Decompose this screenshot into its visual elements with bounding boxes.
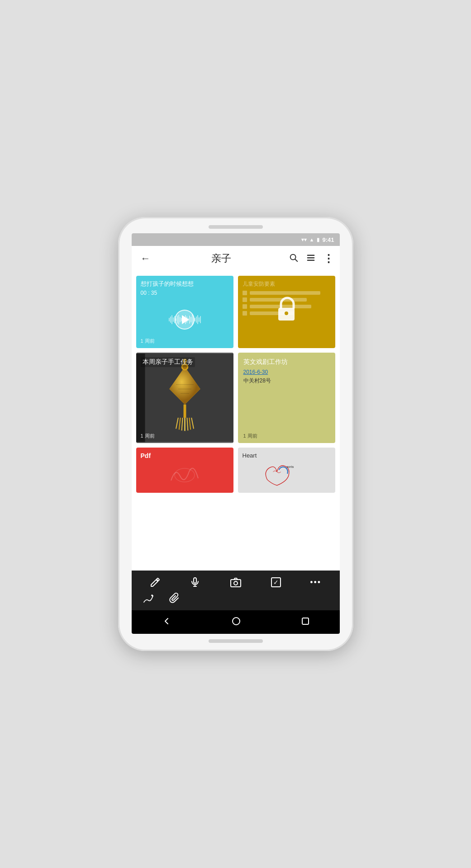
audio-card[interactable]: 想打孩子的时候想想 00 : 35: [136, 276, 233, 348]
checklist-button[interactable]: ✓: [271, 577, 281, 587]
card-grid: 想打孩子的时候想想 00 : 35: [136, 276, 335, 493]
recents-nav-button[interactable]: [292, 613, 319, 631]
play-triangle-icon: [182, 315, 189, 324]
top-actions: ⋮: [289, 252, 334, 265]
camera-button[interactable]: [230, 577, 242, 588]
heart-sketch-svg: aorta: [243, 460, 331, 487]
event-date[interactable]: 2016-6-30: [243, 369, 330, 375]
audio-title: 想打孩子的时候想想: [141, 280, 229, 288]
more-options-button[interactable]: •••: [310, 578, 321, 587]
svg-text:aorta: aorta: [286, 465, 294, 468]
toolbar-row2: [132, 592, 340, 610]
back-nav-button[interactable]: [153, 613, 180, 632]
bottom-toolbar: ✓ •••: [132, 571, 340, 610]
image-card[interactable]: 本周亲子手工任务: [136, 353, 233, 443]
audio-time: 00 : 35: [141, 290, 229, 296]
svg-point-6: [285, 311, 288, 315]
battery-icon: ▮: [317, 237, 319, 243]
svg-rect-4: [307, 259, 314, 260]
search-icon[interactable]: [289, 253, 299, 265]
attachment-button[interactable]: [169, 592, 180, 604]
wifi-icon: ▾▾: [301, 237, 307, 243]
signal-icon: ▲: [309, 237, 314, 242]
checkbox-icon: ✓: [271, 577, 281, 587]
content-area: 想打孩子的时候想想 00 : 35: [132, 271, 340, 571]
pdf-card[interactable]: Pdf: [136, 448, 233, 493]
event-location: 中关村28号: [243, 377, 330, 385]
pdf-bg: [141, 459, 229, 488]
pdf-decoration: [167, 462, 203, 485]
svg-rect-26: [194, 578, 196, 583]
heart-image: aorta: [243, 459, 331, 488]
play-button[interactable]: [175, 310, 195, 330]
pencil-button[interactable]: [150, 577, 161, 588]
page-title: 亲子: [154, 252, 289, 265]
pdf-label: Pdf: [141, 452, 229, 459]
status-time: 9:41: [322, 236, 334, 243]
home-nav-button[interactable]: [223, 613, 250, 632]
event-card[interactable]: 英文戏剧工作坊 2016-6-30 中关村28号 1 周前: [238, 353, 335, 443]
check-mark: ✓: [273, 579, 279, 586]
lock-icon-wrap: [238, 276, 335, 348]
event-timestamp: 1 周前: [243, 433, 257, 439]
event-title: 英文戏剧工作坊: [243, 358, 330, 366]
locked-card[interactable]: 儿童安防要素: [238, 276, 335, 348]
svg-rect-32: [302, 618, 309, 624]
microphone-button[interactable]: [190, 577, 200, 588]
svg-rect-29: [231, 580, 241, 587]
svg-rect-3: [307, 257, 314, 258]
audio-body: [141, 296, 229, 344]
heart-title: Heart: [243, 452, 331, 459]
svg-point-30: [234, 581, 238, 585]
lock-icon: [275, 296, 298, 328]
toolbar-row1: ✓ •••: [132, 571, 340, 592]
image-timestamp: 1 周前: [141, 433, 155, 439]
image-title: 本周亲子手工任务: [141, 357, 195, 367]
top-bar: ← 亲子 ⋮: [132, 246, 340, 271]
svg-rect-2: [307, 255, 314, 255]
more-icon[interactable]: ⋮: [323, 252, 334, 265]
phone-screen: ▾▾ ▲ ▮ 9:41 ← 亲子: [132, 233, 340, 634]
svg-point-31: [233, 618, 240, 625]
heart-card[interactable]: Heart aorta: [238, 448, 335, 493]
nav-bar: [132, 610, 340, 634]
audio-timestamp: 1 周前: [141, 338, 155, 344]
svg-rect-13: [183, 405, 186, 418]
back-button[interactable]: ←: [137, 251, 154, 266]
speaker-top: [209, 225, 263, 229]
draw-button[interactable]: [143, 592, 154, 604]
status-bar: ▾▾ ▲ ▮ 9:41: [132, 233, 340, 246]
menu-icon[interactable]: [306, 253, 316, 265]
speaker-bottom: [209, 639, 263, 643]
svg-line-1: [295, 259, 297, 261]
